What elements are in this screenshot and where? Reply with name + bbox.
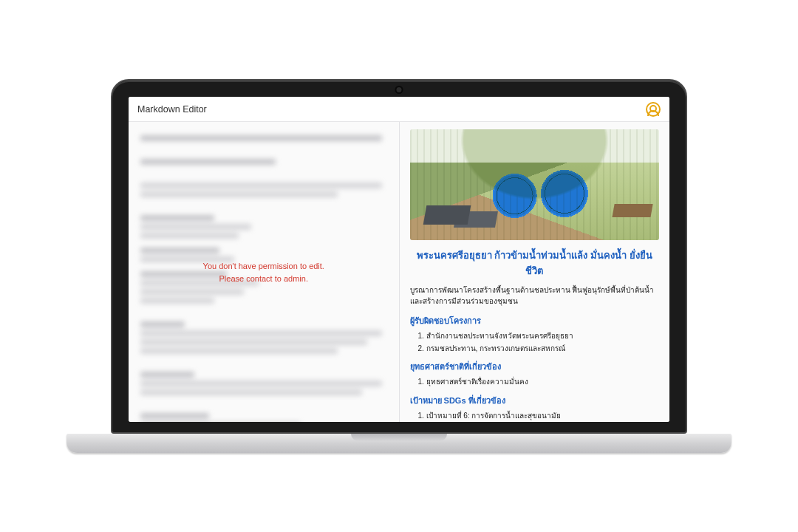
list-item: สำนักงานชลประทานจังหวัดพระนครศรีอยุธยา xyxy=(426,330,660,342)
laptop-screen-bezel: Markdown Editor xyxy=(111,79,687,434)
permission-warning-line2: Please contact to admin. xyxy=(203,272,324,284)
markdown-editor-pane: You don't have permission to edit. Pleas… xyxy=(129,122,399,422)
laptop-mockup: Markdown Editor xyxy=(111,79,687,453)
laptop-shadow xyxy=(37,449,761,532)
section-heading: เป้าหมาย SDGs ที่เกี่ยวข้อง xyxy=(410,394,660,407)
section-heading: ผู้รับผิดชอบโครงการ xyxy=(410,314,660,327)
hero-illustration xyxy=(410,129,660,240)
document-title: พระนครศรีอยุธยา ก้าวข้ามน้ำท่วมน้ำแล้ง ม… xyxy=(410,248,660,279)
laptop-base xyxy=(66,434,732,453)
workspace: You don't have permission to edit. Pleas… xyxy=(129,122,669,422)
permission-warning: You don't have permission to edit. Pleas… xyxy=(203,260,324,284)
list-item: เป้าหมายที่ 6: การจัดการน้ำและสุขอนามัย xyxy=(426,410,660,422)
list-item: ยุทธศาสตร์ชาติเรื่องความมั่นคง xyxy=(426,376,660,388)
section-heading: ยุทธศาสตร์ชาติที่เกี่ยวข้อง xyxy=(410,360,660,373)
section-list: เป้าหมายที่ 6: การจัดการน้ำและสุขอนามัย … xyxy=(426,410,660,423)
section-list: สำนักงานชลประทานจังหวัดพระนครศรีอยุธยา ก… xyxy=(426,330,660,354)
list-item: กรมชลประทาน, กระทรวงเกษตรและสหกรณ์ xyxy=(426,343,660,355)
laptop-camera xyxy=(397,87,402,92)
user-account-icon[interactable] xyxy=(646,102,661,117)
permission-warning-line1: You don't have permission to edit. xyxy=(203,260,324,273)
app-viewport: Markdown Editor xyxy=(129,97,669,422)
markdown-preview-pane: พระนครศรีอยุธยา ก้าวข้ามน้ำท่วมน้ำแล้ง ม… xyxy=(400,122,670,422)
document-lead: บูรณาการพัฒนาโครงสร้างพื้นฐานด้านชลประทา… xyxy=(410,284,660,307)
app-title: Markdown Editor xyxy=(137,104,207,115)
app-topbar: Markdown Editor xyxy=(129,97,669,122)
section-list: ยุทธศาสตร์ชาติเรื่องความมั่นคง xyxy=(426,376,660,388)
